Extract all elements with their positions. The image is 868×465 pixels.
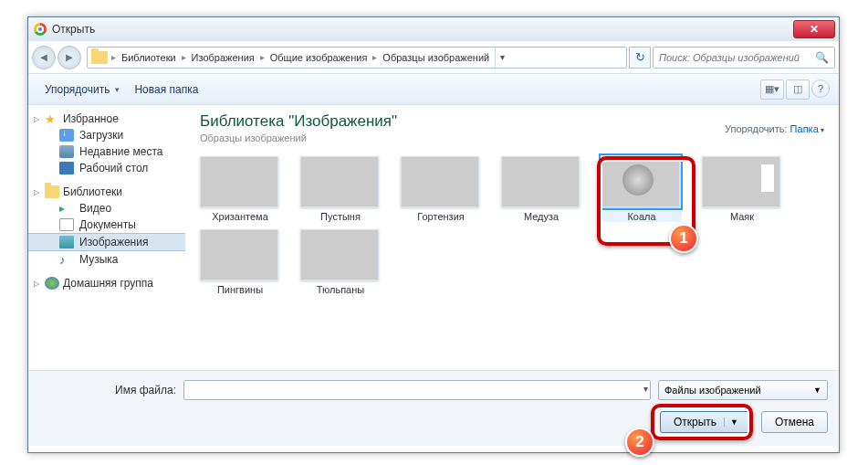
close-button[interactable]: ✕: [793, 20, 835, 38]
sidebar-item-desktop[interactable]: Рабочий стол: [28, 160, 185, 176]
navbar: ◄ ► ▸ Библиотеки ▸ Изображения ▸ Общие и…: [28, 41, 839, 74]
thumbnail-caption: Тюльпаны: [300, 284, 381, 295]
recent-icon: [59, 145, 74, 158]
sidebar: ▷Избранное Загрузки Недавние места Рабоч…: [28, 105, 185, 370]
search-icon: 🔍: [815, 51, 829, 64]
thumbnail-item[interactable]: Медуза: [501, 156, 581, 222]
annotation-badge-1: 1: [669, 224, 698, 253]
documents-icon: [59, 218, 74, 231]
footer: Имя файла: ▾ Файлы изображений▼ Открыть▼…: [28, 370, 839, 446]
titlebar: Открыть ✕: [28, 17, 839, 41]
sidebar-favorites[interactable]: ▷Избранное: [28, 111, 185, 127]
desktop-icon: [59, 162, 74, 174]
sidebar-item-video[interactable]: Видео: [28, 200, 185, 217]
cancel-button[interactable]: Отмена: [761, 411, 828, 433]
sidebar-item-downloads[interactable]: Загрузки: [28, 127, 185, 143]
nav-back-button[interactable]: ◄: [32, 46, 56, 69]
star-icon: [45, 112, 59, 125]
breadcrumb[interactable]: ▸ Библиотеки ▸ Изображения ▸ Общие изобр…: [87, 47, 627, 69]
thumbnail-caption: Гортензия: [401, 211, 481, 222]
help-button[interactable]: ?: [811, 79, 830, 98]
thumbnail-caption: Пингвины: [200, 284, 280, 295]
homegroup-icon: [45, 277, 59, 290]
view-mode-button[interactable]: ▦▾: [760, 79, 784, 100]
thumbnail-item[interactable]: Гортензия: [401, 156, 481, 222]
music-icon: [59, 253, 74, 266]
filename-label: Имя файла:: [39, 384, 176, 396]
sort-control[interactable]: Упорядочить: Папка: [725, 123, 824, 134]
thumbnail-caption: Маяк: [702, 211, 782, 222]
breadcrumb-item[interactable]: Образцы изображений: [377, 48, 495, 68]
open-file-dialog: Открыть ✕ ◄ ► ▸ Библиотеки ▸ Изображения…: [27, 16, 840, 453]
thumbnail-image: [200, 229, 278, 280]
video-icon: [59, 202, 74, 215]
thumbnail-item[interactable]: Пингвины: [200, 229, 280, 295]
thumbnail-item[interactable]: Тюльпаны: [300, 229, 381, 295]
sidebar-item-music[interactable]: Музыка: [28, 251, 185, 268]
downloads-icon: [59, 129, 74, 142]
thumbnail-caption: Хризантема: [200, 211, 280, 222]
window-title: Открыть: [52, 23, 95, 36]
thumbnail-image: [601, 156, 680, 207]
thumbnail-image: [300, 156, 379, 207]
toolbar: Упорядочить Новая папка ▦▾ ◫ ?: [28, 74, 839, 105]
thumbnail-image: [702, 156, 780, 207]
sidebar-item-recent[interactable]: Недавние места: [28, 143, 185, 160]
preview-pane-button[interactable]: ◫: [786, 79, 810, 100]
thumbnail-item[interactable]: Маяк: [702, 156, 782, 222]
refresh-button[interactable]: ↻: [629, 47, 651, 69]
new-folder-button[interactable]: Новая папка: [127, 79, 205, 100]
thumbnail-grid: ХризантемаПустыняГортензияМедузаКоалаМая…: [200, 156, 824, 295]
thumbnail-item[interactable]: Пустыня: [300, 156, 381, 222]
chrome-icon: [34, 23, 47, 36]
libraries-icon: [45, 185, 59, 198]
filename-input[interactable]: ▾: [183, 380, 651, 400]
open-button[interactable]: Открыть▼: [660, 411, 752, 433]
file-type-filter[interactable]: Файлы изображений▼: [658, 380, 828, 400]
breadcrumb-item[interactable]: Библиотеки: [116, 48, 182, 68]
sidebar-item-images[interactable]: Изображения: [28, 233, 185, 251]
organize-menu[interactable]: Упорядочить: [37, 79, 127, 100]
sidebar-item-documents[interactable]: Документы: [28, 217, 185, 233]
thumbnail-image: [501, 156, 580, 207]
thumbnail-item[interactable]: Коала: [601, 156, 682, 222]
thumbnail-image: [401, 156, 479, 207]
content-pane: Библиотека "Изображения" Образцы изображ…: [185, 105, 839, 370]
thumbnail-item[interactable]: Хризантема: [200, 156, 280, 222]
sidebar-homegroup[interactable]: ▷Домашняя группа: [28, 275, 185, 291]
nav-forward-button[interactable]: ►: [58, 46, 81, 69]
thumbnail-image: [300, 229, 379, 280]
thumbnail-caption: Медуза: [501, 211, 581, 222]
annotation-badge-2: 2: [625, 428, 654, 457]
breadcrumb-item[interactable]: Изображения: [186, 48, 260, 68]
thumbnail-image: [200, 156, 278, 207]
folder-icon: [91, 51, 108, 64]
breadcrumb-dropdown[interactable]: ▾: [495, 48, 509, 68]
images-icon: [59, 236, 74, 248]
sidebar-libraries[interactable]: ▷Библиотеки: [28, 184, 185, 200]
breadcrumb-item[interactable]: Общие изображения: [265, 48, 373, 68]
search-box[interactable]: 🔍: [653, 47, 835, 69]
thumbnail-caption: Коала: [601, 211, 682, 222]
search-input[interactable]: [659, 52, 815, 63]
sort-value[interactable]: Папка: [790, 123, 824, 134]
thumbnail-caption: Пустыня: [300, 211, 381, 222]
